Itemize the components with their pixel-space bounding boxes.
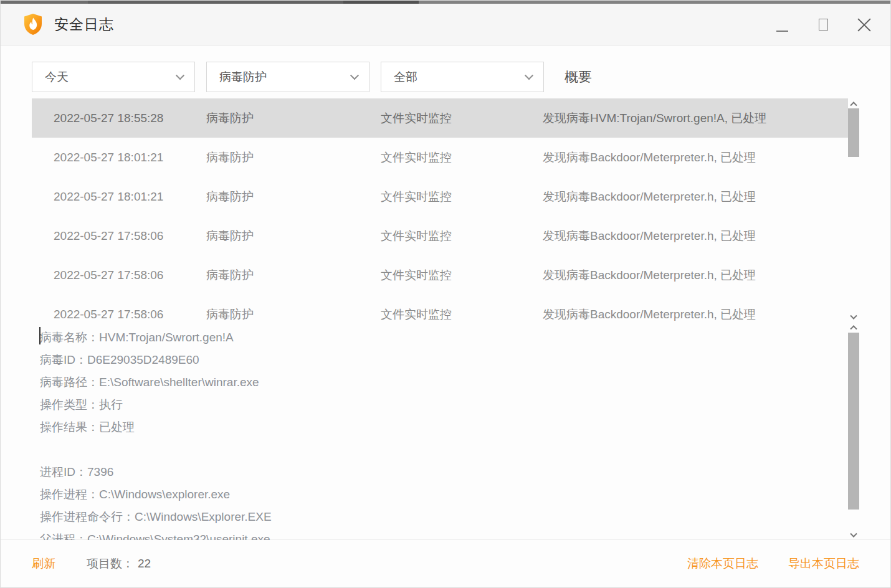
clear-page-log-button[interactable]: 清除本页日志 — [687, 556, 758, 572]
items-count-value: 22 — [138, 557, 151, 571]
log-detail-panel[interactable]: 病毒名称：HVM:Trojan/Swrort.gen!A 病毒ID：D6E290… — [32, 322, 859, 540]
detail-operation-process: 操作进程：C:\Windows\explorer.exe — [40, 483, 841, 506]
filter-row: 今天 病毒防护 全部 概要 — [32, 45, 859, 92]
table-scrollbar[interactable] — [848, 98, 859, 322]
detail-parent-process: 父进程：C:\Windows\System32\userinit.exe — [40, 528, 841, 540]
log-monitor: 文件实时监控 — [381, 189, 543, 205]
log-row[interactable]: 2022-05-27 18:01:21 病毒防护 文件实时监控 发现病毒Back… — [32, 138, 848, 177]
log-type: 病毒防护 — [206, 228, 381, 244]
log-monitor: 文件实时监控 — [381, 149, 543, 166]
log-time: 2022-05-27 17:58:06 — [32, 229, 206, 243]
log-time: 2022-05-27 17:58:06 — [32, 308, 206, 321]
huorong-shield-flame-icon — [23, 13, 43, 36]
minimize-icon[interactable] — [774, 16, 789, 34]
log-summary: 发现病毒Backdoor/Meterpreter.h, 已处理 — [543, 228, 848, 244]
items-count-label: 项目数： — [87, 556, 134, 572]
log-row[interactable]: 2022-05-27 17:58:06 病毒防护 文件实时监控 发现病毒Back… — [32, 216, 848, 255]
log-time: 2022-05-27 18:01:21 — [32, 190, 206, 204]
security-log-window: 安全日志 今天 病毒防护 全部 概要 2022-05-27 1 — [0, 0, 891, 588]
titlebar[interactable]: 安全日志 — [1, 4, 890, 45]
detail-virus-path: 病毒路径：E:\Software\shellter\winrar.exe — [40, 371, 841, 394]
log-type: 病毒防护 — [206, 110, 381, 126]
log-table: 2022-05-27 18:55:28 病毒防护 文件实时监控 发现病毒HVM:… — [32, 98, 859, 322]
date-range-value: 今天 — [45, 69, 69, 85]
log-time: 2022-05-27 18:01:21 — [32, 151, 206, 164]
date-range-select[interactable]: 今天 — [32, 62, 195, 92]
log-type: 病毒防护 — [206, 306, 381, 323]
detail-operation-type: 操作类型：执行 — [40, 394, 841, 416]
log-row[interactable]: 2022-05-27 17:58:06 病毒防护 文件实时监控 发现病毒Back… — [32, 255, 848, 295]
summary-column-header: 概要 — [565, 68, 592, 87]
detail-blank-line — [40, 439, 841, 461]
log-summary: 发现病毒Backdoor/Meterpreter.h, 已处理 — [543, 189, 848, 205]
text-cursor — [39, 327, 40, 344]
log-type: 病毒防护 — [206, 189, 381, 205]
category-value: 病毒防护 — [219, 69, 267, 85]
scope-select[interactable]: 全部 — [381, 62, 544, 92]
table-scrollbar-track[interactable] — [848, 108, 859, 313]
footer-bar: 刷新 项目数： 22 清除本页日志 导出本页日志 — [1, 539, 890, 587]
scroll-down-icon[interactable] — [848, 313, 859, 322]
maximize-icon[interactable] — [816, 16, 831, 34]
detail-process-cmdline: 操作进程命令行：C:\Windows\Explorer.EXE — [40, 506, 841, 528]
log-monitor: 文件实时监控 — [381, 267, 543, 283]
chevron-down-icon — [350, 71, 359, 80]
chevron-down-icon — [176, 71, 184, 80]
log-time: 2022-05-27 17:58:06 — [32, 268, 206, 282]
footer-right: 清除本页日志 导出本页日志 — [687, 556, 859, 572]
log-summary: 发现病毒Backdoor/Meterpreter.h, 已处理 — [543, 149, 848, 166]
log-type: 病毒防护 — [206, 267, 381, 283]
close-icon[interactable] — [857, 16, 872, 34]
scroll-up-icon[interactable] — [848, 322, 859, 331]
log-monitor: 文件实时监控 — [381, 306, 543, 323]
log-summary: 发现病毒HVM:Trojan/Swrort.gen!A, 已处理 — [543, 110, 848, 126]
window-controls — [774, 4, 872, 45]
export-page-log-button[interactable]: 导出本页日志 — [788, 556, 859, 572]
log-type: 病毒防护 — [206, 149, 381, 166]
detail-scrollbar-track[interactable] — [848, 331, 859, 531]
log-row[interactable]: 2022-05-27 18:01:21 病毒防护 文件实时监控 发现病毒Back… — [32, 177, 848, 216]
window-title: 安全日志 — [54, 15, 114, 34]
detail-virus-id: 病毒ID：D6E29035D2489E60 — [40, 349, 841, 371]
scroll-down-icon[interactable] — [848, 531, 859, 540]
log-monitor: 文件实时监控 — [381, 228, 543, 244]
content-area: 今天 病毒防护 全部 概要 2022-05-27 18:55:28 病毒防护 文… — [1, 45, 890, 539]
detail-scrollbar[interactable] — [848, 322, 859, 540]
chevron-down-icon — [525, 71, 533, 80]
log-row[interactable]: 2022-05-27 17:58:06 病毒防护 文件实时监控 发现病毒Back… — [32, 295, 848, 322]
detail-process-id: 进程ID：7396 — [40, 461, 841, 483]
log-summary: 发现病毒Backdoor/Meterpreter.h, 已处理 — [543, 306, 848, 323]
detail-operation-result: 操作结果：已处理 — [40, 416, 841, 439]
scope-value: 全部 — [394, 69, 417, 85]
log-summary: 发现病毒Backdoor/Meterpreter.h, 已处理 — [543, 267, 848, 283]
detail-scrollbar-thumb[interactable] — [848, 333, 859, 510]
log-row[interactable]: 2022-05-27 18:55:28 病毒防护 文件实时监控 发现病毒HVM:… — [32, 98, 848, 138]
category-select[interactable]: 病毒防护 — [206, 62, 369, 92]
detail-virus-name: 病毒名称：HVM:Trojan/Swrort.gen!A — [40, 326, 841, 349]
scroll-up-icon[interactable] — [848, 98, 859, 108]
log-monitor: 文件实时监控 — [381, 110, 543, 126]
refresh-button[interactable]: 刷新 — [32, 556, 55, 572]
footer-left: 刷新 项目数： 22 — [32, 556, 151, 572]
table-scrollbar-thumb[interactable] — [848, 108, 859, 157]
log-time: 2022-05-27 18:55:28 — [32, 111, 206, 125]
